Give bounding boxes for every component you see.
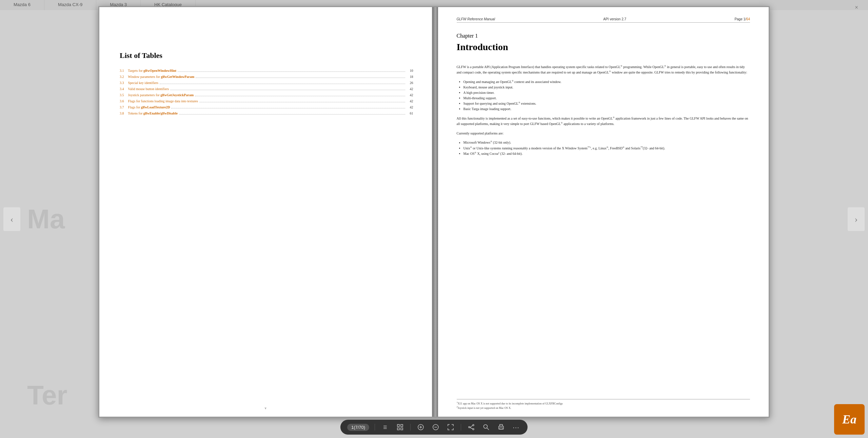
feature-item: Keyboard, mouse and joystick input. xyxy=(463,85,750,90)
book-spine xyxy=(433,7,438,417)
watermark-bottom: Ter xyxy=(27,380,67,411)
search-button[interactable] xyxy=(481,422,491,432)
toc-page: 61 xyxy=(407,111,413,115)
svg-line-15 xyxy=(487,428,489,430)
toc-entry-3-6: 3.6 Flags for functions loading image da… xyxy=(120,99,413,103)
toc-entry-3-1: 3.1 Targets for glfwOpenWindowHint 10 xyxy=(120,68,413,73)
page-info[interactable]: 1(7/70) xyxy=(347,424,369,431)
toc-page: 10 xyxy=(407,69,413,72)
svg-line-12 xyxy=(470,425,473,427)
toc-entry-3-3: 3.3 Special key identifiers 26 xyxy=(120,81,413,85)
feature-item: A high precision timer. xyxy=(463,90,750,96)
print-button[interactable] xyxy=(496,422,506,432)
more-options-button[interactable]: ··· xyxy=(511,422,521,432)
toc-text: Joystick parameters for glfwGetJoystickP… xyxy=(127,93,194,97)
svg-rect-1 xyxy=(401,424,403,426)
pdf-toolbar: 1(7/70) ☰ xyxy=(340,420,528,435)
toc-page: 42 xyxy=(407,105,413,109)
svg-rect-0 xyxy=(397,424,399,426)
intro-paragraph: GLFW is a portable API (Application Prog… xyxy=(457,64,750,75)
toc-dots xyxy=(171,105,405,108)
share-button[interactable] xyxy=(467,422,476,432)
toc-page: 18 xyxy=(407,75,413,79)
watermark-top: Ma xyxy=(27,204,65,235)
page-left: List of Tables 3.1 Targets for glfwOpenW… xyxy=(99,7,433,417)
toc-num: 3.3 xyxy=(120,81,127,85)
divider xyxy=(375,424,375,431)
grid-view-button[interactable] xyxy=(395,422,405,432)
fullscreen-button[interactable] xyxy=(446,422,455,432)
feature-item: Opening and managing an OpenGL® context … xyxy=(463,79,750,85)
footnotes: 1X11 app on Mac OS X is not supported du… xyxy=(457,399,750,410)
toc-dots xyxy=(195,93,405,96)
toc-text: Window parameters for glfwGetWindowParam xyxy=(127,75,194,79)
feature-item: Multi-threading support. xyxy=(463,96,750,101)
list-view-button[interactable]: ☰ xyxy=(380,422,390,432)
toc-entry-3-7: 3.7 Flags for glfwLoadTexture2D 42 xyxy=(120,105,413,109)
feature-item: Support for querying and using OpenGL® e… xyxy=(463,101,750,106)
feature-item: Basic Targa image loading support. xyxy=(463,106,750,112)
toc-page: 26 xyxy=(407,81,413,85)
zoom-in-button[interactable] xyxy=(416,422,426,432)
chapter-title: Introduction xyxy=(457,42,750,53)
toc-entry-3-5: 3.5 Joystick parameters for glfwGetJoyst… xyxy=(120,93,413,97)
toc-dots xyxy=(170,87,405,90)
zoom-out-button[interactable] xyxy=(431,422,440,432)
page-header: GLFW Reference Manual API version 2.7 Pa… xyxy=(457,17,750,23)
toc-num: 3.2 xyxy=(120,75,127,79)
svg-point-10 xyxy=(469,426,470,428)
toc-num: 3.7 xyxy=(120,105,127,109)
tab-mazda-cx9[interactable]: Mazda CX-9 xyxy=(44,0,96,10)
api-version: API version 2.7 xyxy=(603,17,626,21)
svg-line-13 xyxy=(470,427,473,429)
book-viewer: List of Tables 3.1 Targets for glfwOpenW… xyxy=(98,6,770,418)
page-number-right: Page 1/64 xyxy=(734,17,750,21)
divider xyxy=(461,424,461,431)
toc-text: Flags for glfwLoadTexture2D xyxy=(127,105,170,109)
platform-item: Unix® or Unix-like systems running reaso… xyxy=(463,146,750,151)
platform-item: Mac OS® X, using Cocoa2 (32- and 64-bit)… xyxy=(463,151,750,157)
tab-mazda6[interactable]: Mazda 6 xyxy=(0,0,44,10)
svg-point-14 xyxy=(484,425,488,429)
toc-dots xyxy=(179,111,405,114)
toc-num: 3.4 xyxy=(120,87,127,91)
toc-text: Targets for glfwOpenWindowHint xyxy=(127,69,176,72)
feature-list: Opening and managing an OpenGL® context … xyxy=(463,79,750,112)
svg-point-9 xyxy=(473,424,474,426)
toc-entry-3-8: 3.8 Tokens for glfwEnable/glfwDisable 61 xyxy=(120,111,413,116)
toc-num: 3.8 xyxy=(120,111,127,115)
body-paragraph-2: All this functionality is implemented as… xyxy=(457,116,750,127)
toc-page: 42 xyxy=(407,93,413,97)
toc-text: Tokens for glfwEnable/glfwDisable xyxy=(127,111,178,115)
toc-num: 3.1 xyxy=(120,69,127,72)
page-number-left: v xyxy=(265,406,267,410)
page-right: GLFW Reference Manual API version 2.7 Pa… xyxy=(438,7,769,417)
platforms-intro: Currently supported platforms are: xyxy=(457,131,750,136)
prev-page-arrow[interactable]: ‹ xyxy=(3,207,20,231)
next-page-arrow[interactable]: › xyxy=(848,207,865,231)
svg-rect-3 xyxy=(401,428,403,430)
toc-dots xyxy=(160,81,405,84)
svg-point-11 xyxy=(473,429,474,430)
toc-text: Special key identifiers xyxy=(127,81,158,85)
toc-num: 3.6 xyxy=(120,99,127,103)
svg-rect-2 xyxy=(397,428,399,430)
manual-title: GLFW Reference Manual xyxy=(457,17,495,21)
divider xyxy=(410,424,411,431)
toc-text: Flags for functions loading image data i… xyxy=(127,99,198,103)
toc-dots xyxy=(196,75,405,78)
toc-num: 3.5 xyxy=(120,93,127,97)
platform-list: Microsoft Windows® (32-bit only). Unix® … xyxy=(463,140,750,157)
toc-page: 42 xyxy=(407,87,413,91)
toc-dots xyxy=(199,99,405,102)
toc-text: Valid mouse button identifiers xyxy=(127,87,169,91)
bottom-right-badge: Ea xyxy=(834,404,865,435)
toc-entry-3-2: 3.2 Window parameters for glfwGetWindowP… xyxy=(120,75,413,79)
toc-list: 3.1 Targets for glfwOpenWindowHint 10 3.… xyxy=(120,68,413,116)
platform-item: Microsoft Windows® (32-bit only). xyxy=(463,140,750,145)
toc-page: 42 xyxy=(407,99,413,103)
chapter-label: Chapter 1 xyxy=(457,33,750,39)
lot-title: List of Tables xyxy=(120,51,413,60)
close-button[interactable]: × xyxy=(852,3,861,12)
footnote-2: 2Joystick input is not yet supported on … xyxy=(457,405,750,410)
